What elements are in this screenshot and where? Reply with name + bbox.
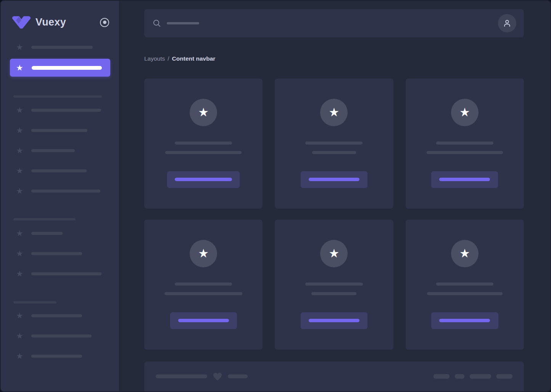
- card-avatar-circle: ★: [190, 99, 217, 126]
- sidebar-item[interactable]: ★: [16, 146, 119, 155]
- sidebar-item[interactable]: ★: [16, 331, 119, 341]
- search-icon: [153, 19, 161, 27]
- sidebar-item[interactable]: ★: [16, 43, 119, 52]
- sidebar-item[interactable]: ★: [16, 106, 119, 115]
- card-3: ★: [406, 79, 524, 209]
- card-action-button[interactable]: [301, 312, 367, 329]
- footer-link-bar-2: [455, 374, 464, 379]
- sidebar-section-divider: [13, 301, 56, 304]
- menu-toggle-radio-icon[interactable]: [100, 18, 109, 27]
- menu-label-bar: [31, 129, 87, 132]
- sidebar-item[interactable]: ★: [16, 352, 119, 361]
- card-avatar-circle: ★: [451, 240, 478, 267]
- sidebar-item-active[interactable]: ★: [10, 59, 110, 77]
- footer-text-bar-2: [228, 374, 248, 378]
- menu-label-bar: [31, 169, 87, 172]
- sidebar-item[interactable]: ★: [16, 166, 119, 175]
- card-4: ★: [144, 220, 263, 350]
- breadcrumb: Layouts/Content navbar: [144, 55, 524, 63]
- footer-link-bar-1: [433, 374, 450, 379]
- menu-label-bar: [31, 109, 101, 112]
- heart-icon: [212, 371, 223, 381]
- menu-label-bar: [31, 272, 102, 275]
- star-icon: ★: [16, 186, 25, 196]
- card-title-bar: [305, 283, 363, 286]
- menu-label-bar: [32, 66, 102, 70]
- sidebar-item[interactable]: ★: [16, 229, 119, 238]
- menu-label-bar: [31, 355, 82, 358]
- star-icon: ★: [329, 247, 340, 259]
- search-input[interactable]: [153, 19, 199, 27]
- breadcrumb-current: Content navbar: [172, 55, 216, 62]
- star-icon: ★: [329, 106, 340, 118]
- star-icon: ★: [16, 249, 25, 258]
- card-6: ★: [406, 220, 524, 350]
- star-icon: ★: [16, 43, 25, 52]
- menu-label-bar: [31, 252, 82, 255]
- card-title-bar: [436, 283, 493, 286]
- star-icon: ★: [16, 331, 25, 341]
- card-avatar-circle: ★: [451, 99, 478, 126]
- star-icon: ★: [198, 106, 209, 118]
- app-window: Vuexy ★★★★★★★★★★★★★: [0, 0, 551, 392]
- radio-dot: [103, 21, 106, 24]
- sidebar-section-divider: [13, 95, 102, 98]
- card-avatar-circle: ★: [320, 240, 348, 267]
- star-icon: ★: [16, 229, 25, 238]
- card-subtitle-bar: [427, 292, 503, 295]
- sidebar-header: Vuexy: [1, 1, 119, 29]
- breadcrumb-parent[interactable]: Layouts: [144, 55, 165, 62]
- menu-label-bar: [31, 190, 100, 193]
- card-avatar-circle: ★: [190, 240, 217, 267]
- footer-text-bar-1: [156, 374, 207, 378]
- vuexy-logo-icon: [12, 16, 31, 29]
- star-icon: ★: [16, 63, 25, 72]
- card-title-bar: [175, 283, 232, 286]
- star-icon: ★: [16, 311, 25, 320]
- sidebar: Vuexy ★★★★★★★★★★★★★: [1, 1, 119, 391]
- card-subtitle-bar: [311, 292, 356, 295]
- star-icon: ★: [16, 106, 25, 115]
- app-logo-title: Vuexy: [35, 16, 66, 28]
- footer-links: [433, 374, 512, 379]
- card-action-button[interactable]: [167, 171, 240, 188]
- button-label-bar: [178, 319, 229, 322]
- button-label-bar: [439, 319, 490, 322]
- card-subtitle-bar: [164, 292, 242, 295]
- button-label-bar: [175, 178, 232, 181]
- menu-label-bar: [31, 149, 75, 152]
- top-navbar: [144, 9, 524, 37]
- sidebar-item[interactable]: ★: [16, 249, 119, 258]
- sidebar-section-divider: [13, 218, 76, 220]
- card-1: ★: [144, 79, 263, 209]
- card-2: ★: [275, 79, 393, 209]
- person-icon: [502, 18, 512, 28]
- card-title-bar: [436, 141, 493, 145]
- card-action-button[interactable]: [170, 312, 237, 329]
- star-icon: ★: [16, 269, 25, 278]
- sidebar-item[interactable]: ★: [16, 126, 119, 135]
- card-subtitle-bar: [427, 151, 503, 154]
- sidebar-item[interactable]: ★: [16, 186, 119, 196]
- star-icon: ★: [198, 247, 209, 259]
- sidebar-item[interactable]: ★: [16, 311, 119, 320]
- footer-link-bar-4: [496, 374, 512, 379]
- star-icon: ★: [16, 166, 25, 175]
- main-content: Layouts/Content navbar ★★★★★★: [119, 1, 550, 391]
- card-5: ★: [275, 220, 393, 350]
- card-avatar-circle: ★: [320, 99, 348, 126]
- card-action-button[interactable]: [431, 171, 498, 188]
- star-icon: ★: [459, 247, 470, 259]
- star-icon: ★: [16, 146, 25, 155]
- menu-label-bar: [31, 46, 93, 49]
- cards-grid: ★★★★★★: [144, 79, 524, 350]
- star-icon: ★: [459, 106, 470, 118]
- menu-label-bar: [31, 314, 82, 317]
- card-action-button[interactable]: [431, 312, 498, 329]
- sidebar-item[interactable]: ★: [16, 269, 119, 278]
- user-avatar[interactable]: [498, 14, 516, 32]
- card-action-button[interactable]: [301, 171, 367, 188]
- footer-link-bar-3: [470, 374, 491, 379]
- footer-bar: [144, 361, 524, 391]
- card-subtitle-bar: [165, 151, 242, 154]
